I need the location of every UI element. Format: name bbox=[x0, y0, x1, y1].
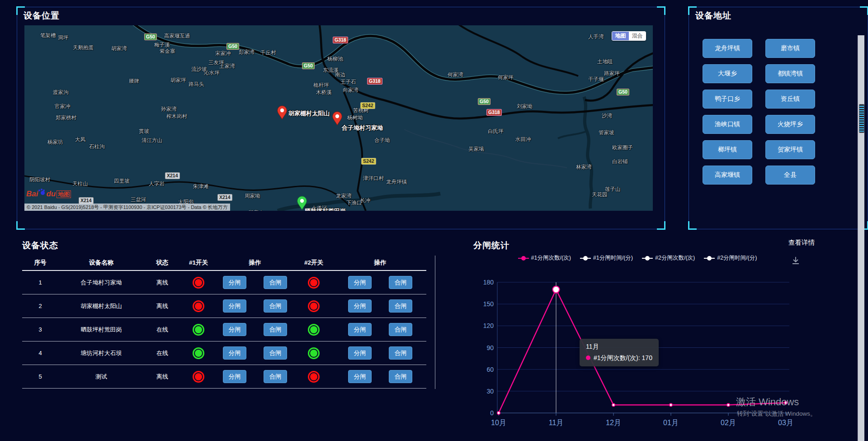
map-place-label: 何家湾 bbox=[448, 71, 463, 78]
road-shield-X214: X214 bbox=[217, 194, 232, 201]
map-place-label: 津洋口村 bbox=[363, 175, 384, 182]
page-scrollbar-track[interactable] bbox=[858, 35, 864, 441]
data-point bbox=[727, 403, 730, 406]
legend-item[interactable]: #2分闸次数/(次) bbox=[642, 254, 695, 262]
map-marker-red[interactable]: 合子坳村习家坳 bbox=[332, 111, 343, 126]
y-tick-label: 150 bbox=[483, 300, 494, 308]
address-button-资丘镇[interactable]: 资丘镇 bbox=[765, 90, 815, 109]
map-type-control[interactable]: 地图混合 bbox=[612, 31, 646, 41]
map-place-label: 榨木岗村 bbox=[166, 113, 187, 120]
address-button-大堰乡[interactable]: 大堰乡 bbox=[703, 64, 752, 83]
operation-cell: 分闸合闸 bbox=[334, 323, 426, 336]
trip-button[interactable]: 分闸 bbox=[348, 299, 372, 313]
map-river bbox=[584, 97, 592, 209]
map-type-option-混合[interactable]: 混合 bbox=[629, 32, 646, 40]
close-button[interactable]: 合闸 bbox=[264, 346, 287, 360]
close-button[interactable]: 合闸 bbox=[389, 370, 412, 383]
corner-decoration bbox=[657, 221, 665, 230]
row-index: 3 bbox=[22, 326, 58, 333]
device-name: 塘坊河村大石坝 bbox=[58, 349, 144, 357]
address-button-都镇湾镇[interactable]: 都镇湾镇 bbox=[765, 64, 815, 83]
map-place-label: 人手湾 bbox=[588, 33, 604, 40]
map-place-label: 合子坳 bbox=[374, 137, 390, 144]
baidu-logo-bai: Bai bbox=[26, 190, 38, 198]
operation-cell: 分闸合闸 bbox=[217, 323, 293, 336]
highlighted-data-point bbox=[553, 286, 560, 293]
close-button[interactable]: 合闸 bbox=[389, 346, 412, 360]
map-place-label: 彭家湾 bbox=[239, 49, 255, 56]
address-button-鸭子口乡[interactable]: 鸭子口乡 bbox=[703, 90, 752, 109]
tooltip-title: 11月 bbox=[586, 343, 652, 351]
baidu-map[interactable]: 笔架槽洞坪天鹅抱蛋胡家湾高家堰互通梅子溪紫金寨宋家冲彭家湾千丘村王家湾流沙坡沁水… bbox=[24, 25, 653, 211]
map-place-label: 向家湾 bbox=[343, 87, 359, 94]
trip-button[interactable]: 分闸 bbox=[223, 370, 246, 383]
trip-button[interactable]: 分闸 bbox=[348, 346, 372, 360]
close-button[interactable]: 合闸 bbox=[389, 323, 412, 336]
map-place-label: 土地咀 bbox=[597, 58, 613, 65]
map-place-label: 龙家湾 bbox=[336, 193, 352, 199]
address-button-grid: 龙舟坪镇磨市镇大堰乡都镇湾镇鸭子口乡资丘镇渔峡口镇火烧坪乡榔坪镇贺家坪镇高家堰镇… bbox=[703, 39, 815, 185]
data-point bbox=[670, 403, 672, 406]
address-button-高家堰镇[interactable]: 高家堰镇 bbox=[703, 166, 752, 185]
trip-stats-title: 分闸统计 bbox=[473, 240, 509, 251]
close-button[interactable]: 合闸 bbox=[264, 276, 287, 289]
download-icon[interactable] bbox=[791, 256, 800, 265]
map-place-label: 杨家坊 bbox=[47, 139, 63, 146]
map-place-label: 千丘村 bbox=[260, 49, 276, 56]
address-button-全县[interactable]: 全县 bbox=[765, 166, 815, 185]
panel-device-address: 设备地址 龙舟坪镇磨市镇大堰乡都镇湾镇鸭子口乡资丘镇渔峡口镇火烧坪乡榔坪镇贺家坪… bbox=[689, 7, 868, 229]
panel-device-location: 设备位置 笔架槽洞坪天鹅抱蛋胡家湾高家堰互通梅子溪紫金寨宋家冲彭家湾千丘村王家湾… bbox=[17, 7, 665, 229]
map-place-label: 吴家垴 bbox=[468, 146, 484, 152]
legend-label: #2分闸次数/(次) bbox=[655, 254, 695, 262]
legend-item[interactable]: #1分闸时间/(分) bbox=[580, 254, 633, 262]
close-button[interactable]: 合闸 bbox=[389, 299, 412, 313]
trip-button[interactable]: 分闸 bbox=[348, 323, 372, 336]
map-marker-green[interactable]: 晒鼓坪村荒田岗 bbox=[297, 196, 307, 210]
close-button[interactable]: 合闸 bbox=[264, 370, 287, 383]
page-scrollbar-thumb[interactable] bbox=[859, 104, 864, 133]
address-button-磨市镇[interactable]: 磨市镇 bbox=[765, 39, 815, 58]
baidu-logo-du: du bbox=[46, 190, 56, 198]
legend-item[interactable]: #2分闸时间/(分) bbox=[704, 254, 757, 262]
close-button[interactable]: 合闸 bbox=[264, 299, 287, 313]
tooltip-entry: #1分闸次数/(次): 170 bbox=[594, 354, 652, 361]
trip-button[interactable]: 分闸 bbox=[223, 323, 246, 336]
close-button[interactable]: 合闸 bbox=[264, 323, 287, 336]
map-place-label: 刘家坳 bbox=[517, 103, 533, 110]
x-tick-label: 03月 bbox=[778, 419, 793, 427]
trip-button[interactable]: 分闸 bbox=[348, 370, 372, 383]
table-header-cell: 操作 bbox=[334, 259, 426, 267]
map-place-label: 洞坪 bbox=[58, 34, 68, 41]
close-button[interactable]: 合闸 bbox=[389, 276, 412, 289]
legend-dot-icon bbox=[707, 256, 712, 261]
map-place-label: 阴阳坡村 bbox=[29, 176, 50, 183]
address-button-贺家坪镇[interactable]: 贺家坪镇 bbox=[765, 140, 815, 159]
legend-item[interactable]: #1分闸次数/(次) bbox=[518, 254, 571, 262]
map-type-option-地图[interactable]: 地图 bbox=[612, 32, 629, 40]
map-place-label: 何家坪 bbox=[498, 74, 514, 81]
x-tick-label: 10月 bbox=[491, 419, 506, 427]
address-button-榔坪镇[interactable]: 榔坪镇 bbox=[703, 140, 752, 159]
map-marker-red[interactable]: 胡家棚村太阳山 bbox=[277, 105, 288, 120]
road-shield-X214: X214 bbox=[79, 197, 94, 204]
road-shield-G50: G50 bbox=[478, 98, 491, 105]
map-place-label: 长冲 bbox=[360, 197, 370, 204]
map-place-label: 沁水坪 bbox=[204, 70, 220, 76]
trip-button[interactable]: 分闸 bbox=[223, 276, 246, 289]
map-place-label: 白岩铺 bbox=[612, 158, 628, 165]
address-button-龙舟坪镇[interactable]: 龙舟坪镇 bbox=[703, 39, 752, 58]
view-details-link[interactable]: 查看详情 bbox=[788, 238, 815, 247]
road-shield-S242: S242 bbox=[361, 158, 376, 165]
address-button-火烧坪乡[interactable]: 火烧坪乡 bbox=[765, 115, 815, 134]
table-header-cell: 操作 bbox=[217, 259, 293, 267]
address-button-渔峡口镇[interactable]: 渔峡口镇 bbox=[703, 115, 752, 134]
switch2-cell bbox=[293, 347, 334, 359]
road-shield-G50: G50 bbox=[226, 43, 239, 50]
device-status-table: 序号设备名称状态#1开关操作#2开关操作 1合子坳村习家坳离线分闸合闸分闸合闸2… bbox=[22, 256, 426, 389]
map-place-label: 管家坡 bbox=[599, 129, 614, 136]
map-place-label: 路家坪 bbox=[604, 70, 620, 77]
trip-button[interactable]: 分闸 bbox=[223, 346, 246, 360]
trip-button[interactable]: 分闸 bbox=[348, 276, 372, 289]
switch1-indicator-red bbox=[193, 277, 204, 289]
trip-button[interactable]: 分闸 bbox=[223, 299, 246, 313]
